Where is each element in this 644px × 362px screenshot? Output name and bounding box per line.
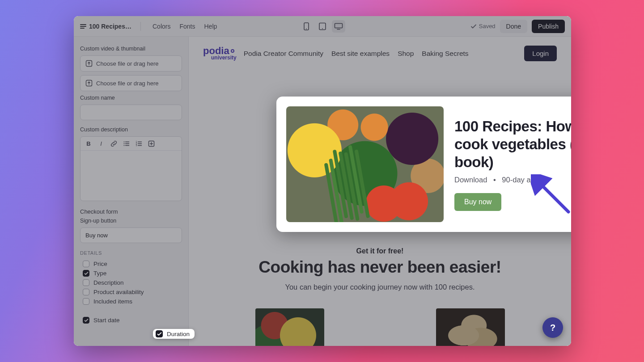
nav-community[interactable]: Podia Creator Community xyxy=(244,50,323,58)
upload-icon xyxy=(85,80,93,87)
detail-included-label: Included items xyxy=(93,298,132,305)
checkbox-icon[interactable] xyxy=(83,317,89,324)
detail-price-row[interactable]: Price xyxy=(80,259,182,269)
nav-secrets[interactable]: Baking Secrets xyxy=(422,50,468,58)
upload-video-dropzone[interactable]: Choose file or drag here xyxy=(80,55,182,72)
page-title[interactable]: 100 Recipes: How to cook vegetables (E-b… xyxy=(89,23,131,30)
custom-description-editor: B I 123 xyxy=(80,136,182,201)
site-header: podia university Podia Creator Community… xyxy=(189,37,571,70)
nav-shop[interactable]: Shop xyxy=(398,50,414,58)
detail-type-label: Type xyxy=(93,270,106,277)
italic-icon[interactable]: I xyxy=(97,140,105,147)
fonts-link[interactable]: Fonts xyxy=(177,21,198,32)
check-icon xyxy=(470,23,477,29)
hero-product-image xyxy=(286,106,444,222)
checkout-form-heading: Checkout form xyxy=(80,208,182,215)
upload-thumbnail-dropzone[interactable]: Choose file or drag here xyxy=(80,75,182,91)
detail-availability-row[interactable]: Product availability xyxy=(80,287,182,297)
detail-startdate-row[interactable]: Start date xyxy=(80,316,182,325)
site-logo[interactable]: podia university xyxy=(203,46,237,60)
logo-dot-icon xyxy=(231,49,234,53)
signup-button-input[interactable] xyxy=(80,227,182,243)
product-hero-card: 100 Recipes: How to cook vegetables (E-b… xyxy=(276,97,571,232)
custom-description-label: Custom description xyxy=(80,126,182,133)
lower-sub: You can begin your cooking journey now w… xyxy=(207,283,553,291)
detail-price-label: Price xyxy=(93,261,107,267)
hero-type: Download xyxy=(454,176,487,184)
device-mobile-button[interactable] xyxy=(300,20,313,33)
device-tablet-button[interactable] xyxy=(316,20,329,33)
ol-icon[interactable]: 123 xyxy=(135,140,142,147)
details-heading: DETAILS xyxy=(80,250,182,256)
hero-subtitle: Download • 90-day access xyxy=(454,176,571,184)
custom-description-body[interactable] xyxy=(80,151,182,201)
login-button[interactable]: Login xyxy=(524,46,557,61)
help-fab-button[interactable]: ? xyxy=(542,317,563,338)
lower-image-1 xyxy=(255,308,324,346)
custom-name-input[interactable] xyxy=(80,105,182,120)
bold-icon[interactable]: B xyxy=(85,140,92,147)
link-icon[interactable] xyxy=(110,140,117,147)
detail-description-label: Description xyxy=(93,279,124,286)
upload-video-label: Choose file or drag here xyxy=(96,60,158,67)
detail-included-row[interactable]: Included items xyxy=(80,297,182,306)
saved-status: Saved xyxy=(470,23,496,29)
colors-link[interactable]: Colors xyxy=(150,21,173,32)
settings-sidebar: Custom video & thumbnail Choose file or … xyxy=(74,37,189,346)
svg-point-1 xyxy=(306,28,307,29)
detail-startdate-label: Start date xyxy=(93,317,120,324)
lower-section: Get it for free! Cooking has never been … xyxy=(189,222,571,346)
ul-icon[interactable] xyxy=(123,140,130,147)
hero-title: 100 Recipes: How to cook vegetables (E-b… xyxy=(454,118,571,172)
detail-type-row[interactable]: Type xyxy=(80,269,182,278)
detail-availability-label: Product availability xyxy=(93,289,144,295)
hero-duration: 90-day access xyxy=(502,176,549,184)
buy-now-button[interactable]: Buy now xyxy=(454,193,501,211)
svg-text:3: 3 xyxy=(136,144,137,147)
done-button[interactable]: Done xyxy=(500,20,527,33)
upload-icon xyxy=(85,60,93,67)
lower-image-2 xyxy=(436,308,505,346)
insert-icon[interactable] xyxy=(148,140,155,147)
checkbox-icon[interactable] xyxy=(83,298,89,305)
upload-thumb-label: Choose file or drag here xyxy=(96,80,158,87)
nav-examples[interactable]: Best site examples xyxy=(331,50,390,58)
checkbox-icon[interactable] xyxy=(156,330,163,337)
custom-video-label: Custom video & thumbnail xyxy=(80,46,182,52)
question-icon: ? xyxy=(550,323,555,333)
lower-kicker: Get it for free! xyxy=(207,247,553,255)
editor-window: 100 Recipes: How to cook vegetables (E-b… xyxy=(74,16,571,346)
dot-separator: • xyxy=(493,176,496,184)
detail-duration-row[interactable]: Duration xyxy=(153,329,195,339)
top-toolbar: 100 Recipes: How to cook vegetables (E-b… xyxy=(74,16,571,37)
publish-button[interactable]: Publish xyxy=(532,20,565,33)
checkbox-icon[interactable] xyxy=(83,270,89,277)
custom-name-label: Custom name xyxy=(80,95,182,101)
checkbox-icon[interactable] xyxy=(83,279,89,286)
device-switcher xyxy=(300,20,345,33)
rte-toolbar: B I 123 xyxy=(80,137,182,151)
detail-description-row[interactable]: Description xyxy=(80,278,182,287)
help-link[interactable]: Help xyxy=(201,21,220,32)
logo-text-bottom: university xyxy=(211,55,237,60)
svg-point-3 xyxy=(322,28,323,29)
menu-icon[interactable] xyxy=(80,24,86,29)
device-desktop-button[interactable] xyxy=(332,20,345,33)
svg-point-9 xyxy=(123,145,124,146)
svg-rect-4 xyxy=(335,23,343,28)
lower-headline: Cooking has never been easier! xyxy=(207,258,553,277)
separator xyxy=(140,22,141,31)
checkbox-icon[interactable] xyxy=(83,289,89,295)
site-nav: Podia Creator Community Best site exampl… xyxy=(244,50,469,58)
saved-label: Saved xyxy=(479,23,496,29)
svg-point-7 xyxy=(123,141,124,142)
checkbox-icon[interactable] xyxy=(83,261,89,267)
svg-point-8 xyxy=(123,143,124,144)
detail-duration-label: Duration xyxy=(167,331,190,337)
signup-button-label: Sign-up button xyxy=(80,218,182,224)
